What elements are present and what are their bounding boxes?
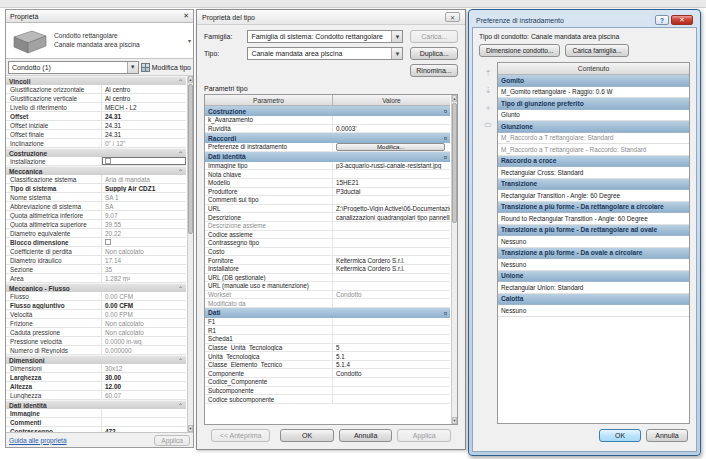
- property-value[interactable]: Supply Air CDZ1: [102, 184, 186, 192]
- property-value[interactable]: 24.31: [102, 130, 186, 138]
- column-header-value[interactable]: Valore: [333, 95, 450, 105]
- property-value[interactable]: 0.00 CFM: [102, 301, 186, 309]
- property-value[interactable]: Al centro: [102, 94, 186, 102]
- property-value[interactable]: 30.00: [102, 373, 186, 381]
- parameter-section-header[interactable]: Costruzione¤: [205, 106, 450, 116]
- checkbox[interactable]: [105, 158, 111, 164]
- property-value[interactable]: [102, 409, 186, 417]
- parameter-value[interactable]: [333, 170, 450, 178]
- chevron-down-icon[interactable]: ▾: [188, 37, 191, 44]
- parameter-value[interactable]: [333, 231, 450, 239]
- parameter-value[interactable]: 15HE21: [333, 179, 450, 187]
- parameter-value[interactable]: [333, 116, 450, 124]
- property-value[interactable]: 12.00: [102, 382, 186, 390]
- property-value[interactable]: [102, 418, 186, 426]
- move-down-icon[interactable]: ⇣: [485, 87, 492, 95]
- property-value[interactable]: 472: [102, 427, 186, 432]
- parameter-value[interactable]: Keltermica Cordero S.r.l.: [333, 256, 450, 264]
- modify-button[interactable]: Modifica...: [336, 143, 445, 150]
- properties-scrollbar[interactable]: ▲ ▼: [187, 76, 193, 432]
- parameter-value[interactable]: 0.0003': [333, 125, 450, 133]
- routing-item[interactable]: Nessuno: [498, 305, 689, 317]
- type-table-scrollbar[interactable]: ▲ ▼: [451, 95, 457, 424]
- duplicate-button[interactable]: Duplica...: [410, 47, 458, 60]
- routing-item[interactable]: Rectangular Union: Standard: [498, 282, 689, 294]
- parameter-value[interactable]: Keltermica Cordero S.r.l.: [333, 265, 450, 273]
- property-value[interactable]: MECH - L2: [102, 103, 186, 111]
- edit-type-button[interactable]: Modifica tipo: [141, 63, 191, 72]
- parameter-value[interactable]: [333, 196, 450, 204]
- parameter-section-header[interactable]: Dati identità¤: [205, 152, 450, 162]
- parameter-value[interactable]: [333, 248, 450, 256]
- parameter-value[interactable]: P3ductal: [333, 188, 450, 196]
- section-header[interactable]: Dimensioni⌃: [6, 355, 186, 364]
- property-value[interactable]: Al centro: [102, 85, 186, 93]
- routing-item[interactable]: Rectangular Transition - Angle: 60 Degre…: [498, 190, 689, 202]
- help-icon[interactable]: ?: [655, 15, 669, 25]
- cancel-button[interactable]: Annulla: [646, 429, 688, 442]
- parameter-value[interactable]: [333, 274, 450, 282]
- apply-button[interactable]: Applica: [397, 429, 451, 442]
- parameter-value[interactable]: 5: [333, 344, 450, 352]
- parameter-section-header[interactable]: Dati¤: [205, 308, 450, 318]
- ok-button[interactable]: OK: [280, 429, 334, 442]
- routing-item[interactable]: Giunto: [498, 110, 689, 122]
- family-combo[interactable]: Famiglia di sistema: Condotto rettangola…: [247, 30, 403, 43]
- apply-button[interactable]: Applica: [154, 435, 190, 446]
- column-header-parameter[interactable]: Parametro: [205, 95, 333, 105]
- scroll-down-icon[interactable]: ▼: [188, 425, 193, 432]
- section-header[interactable]: Meccanica⌃: [6, 166, 186, 175]
- parameter-value[interactable]: Modifica...: [333, 143, 450, 151]
- type-combo[interactable]: Canale mandata area piscina ▼: [247, 47, 403, 60]
- scroll-up-icon[interactable]: ▲: [188, 76, 193, 83]
- routing-item[interactable]: Nessuno: [498, 259, 689, 271]
- move-up-icon[interactable]: ⇡: [485, 70, 492, 78]
- routing-item[interactable]: M_Gomito rettangolare - Raggio: 0.6 W: [498, 87, 689, 99]
- property-value[interactable]: 24.31: [102, 112, 186, 120]
- property-value[interactable]: 24.31: [102, 121, 186, 129]
- parameter-value[interactable]: [333, 326, 450, 334]
- parameter-value[interactable]: Z:\Progetto-Vigin Active\06-Documentazio…: [333, 205, 450, 213]
- routing-item[interactable]: Round to Rectangular Transition - Angle:…: [498, 213, 689, 225]
- element-selector-combo[interactable]: Condotto (1) ▼: [8, 61, 139, 74]
- type-preview[interactable]: Condotto rettangolare Canale mandata are…: [6, 23, 193, 59]
- parameter-value[interactable]: canalizzazioni quadrangolari tipo pannel…: [333, 213, 450, 221]
- duct-size-button[interactable]: Dimensione condotto...: [479, 44, 560, 57]
- properties-help-link[interactable]: Guida alle proprietà: [9, 437, 67, 444]
- routing-item[interactable]: Rectangular Cross: Standard: [498, 167, 689, 179]
- routing-item[interactable]: Nessuno: [498, 236, 689, 248]
- parameter-value[interactable]: [333, 318, 450, 326]
- parameter-value[interactable]: 5.1: [333, 352, 450, 360]
- parameter-value[interactable]: [333, 335, 450, 343]
- close-icon[interactable]: ✕: [671, 15, 693, 25]
- scrollbar-thumb[interactable]: [452, 103, 457, 223]
- property-value[interactable]: [102, 157, 186, 165]
- add-row-icon[interactable]: ＋: [484, 104, 492, 112]
- parameter-value[interactable]: Condotto: [333, 369, 450, 377]
- parameter-section-header[interactable]: Raccordi¤: [205, 133, 450, 143]
- property-value[interactable]: [102, 238, 186, 246]
- section-header[interactable]: Meccanico - Flusso⌃: [6, 283, 186, 292]
- close-icon[interactable]: ✕: [183, 12, 189, 20]
- parameter-value[interactable]: p3-acquario-russi-canale-resistant.jpg: [333, 162, 450, 170]
- load-button[interactable]: Carica...: [410, 30, 458, 43]
- cancel-button[interactable]: Annulla: [339, 429, 393, 442]
- remove-row-icon[interactable]: ▭: [484, 121, 492, 129]
- parameter-value[interactable]: [333, 378, 450, 386]
- scroll-down-icon[interactable]: ▼: [452, 417, 457, 424]
- preview-button[interactable]: << Anteprima: [211, 429, 270, 442]
- parameter-value[interactable]: [333, 239, 450, 247]
- parameter-value[interactable]: 5.1.4: [333, 361, 450, 369]
- parameter-value[interactable]: [333, 387, 450, 395]
- scroll-up-icon[interactable]: ▲: [452, 95, 457, 102]
- section-header[interactable]: Costruzione⌃: [6, 148, 186, 157]
- section-header[interactable]: Vincoli⌃: [6, 76, 186, 85]
- load-family-button[interactable]: Carica famiglia...: [565, 44, 628, 57]
- parameter-value[interactable]: [333, 282, 450, 290]
- close-icon[interactable]: ✕: [445, 12, 460, 22]
- section-header[interactable]: Dati identità⌃: [6, 400, 186, 409]
- scrollbar-thumb[interactable]: [188, 84, 193, 234]
- parameter-value[interactable]: [333, 395, 450, 403]
- ok-button[interactable]: OK: [599, 429, 641, 442]
- rename-button[interactable]: Rinomina...: [410, 64, 458, 77]
